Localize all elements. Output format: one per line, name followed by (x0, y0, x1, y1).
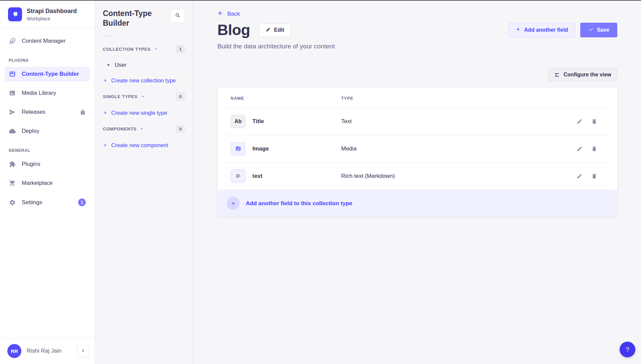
trash-icon (591, 118, 597, 124)
divider (103, 36, 111, 36)
create-collection-type-link[interactable]: Create new collection type (103, 77, 185, 84)
richtext-field-icon (231, 169, 245, 183)
field-name: Image (252, 145, 269, 152)
back-arrow-icon (217, 10, 224, 18)
back-link[interactable]: Back (217, 10, 240, 18)
add-another-field-button[interactable]: Add another field (508, 23, 575, 37)
text-field-icon: Ab (231, 115, 245, 128)
sidebar-section-general: GENERAL (9, 148, 86, 153)
chevron-down-icon (154, 47, 159, 51)
table-row: Ab Title Text (225, 108, 609, 135)
single-types-count: 0 (176, 92, 185, 101)
pencil-icon (577, 118, 583, 124)
sidebar-nav: Content Manager PLUGINS Content-Type Bui… (0, 28, 94, 338)
components-toggle[interactable]: COMPONENTS 0 (103, 125, 185, 133)
window-top-edge (0, 0, 641, 1)
edit-label: Edit (274, 27, 284, 33)
single-types-label: SINGLE TYPES (103, 94, 138, 99)
search-icon (175, 13, 181, 19)
strapi-logo-icon (8, 7, 22, 21)
plus-circle-icon (227, 197, 240, 210)
puzzle-icon (9, 160, 16, 168)
add-field-footer-button[interactable]: Add another field to this collection typ… (217, 190, 617, 217)
create-component-label: Create new component (111, 142, 168, 148)
help-button[interactable]: ? (620, 342, 635, 357)
lock-icon (80, 109, 86, 115)
table-header: NAME TYPE (225, 88, 609, 108)
workspace-subtitle: Workplace (27, 16, 77, 21)
search-button[interactable] (171, 9, 185, 23)
chevron-down-icon (140, 126, 144, 131)
add-another-field-label: Add another field (524, 27, 568, 33)
create-single-type-label: Create new single type (111, 110, 167, 116)
save-button[interactable]: Save (580, 23, 617, 37)
sidebar-item-label: Deploy (22, 128, 39, 134)
user-name: Rishi Raj Jain (27, 348, 61, 354)
layout-grid-icon (9, 70, 16, 78)
create-collection-type-label: Create new collection type (111, 77, 176, 84)
sidebar-item-content-type-builder[interactable]: Content-Type Builder (5, 67, 90, 81)
sidebar-item-media-library[interactable]: Media Library (5, 86, 90, 100)
sidebar-item-deploy[interactable]: Deploy (5, 124, 90, 138)
create-component-link[interactable]: Create new component (103, 142, 185, 148)
edit-field-button[interactable] (577, 118, 583, 124)
page-title: Blog (217, 21, 250, 39)
delete-field-button[interactable] (591, 173, 597, 179)
settings-notification-badge: 1 (78, 199, 86, 206)
content-type-builder-panel: Content-Type Builder COLLECTION TYPES 1 … (95, 0, 193, 364)
back-label: Back (227, 11, 240, 17)
chevron-down-icon (141, 94, 145, 99)
pencil-icon (577, 173, 583, 179)
field-type: Rich text (Markdown) (341, 173, 577, 179)
edit-field-button[interactable] (577, 146, 583, 152)
collection-type-label: User (115, 62, 127, 68)
sidebar-item-plugins[interactable]: Plugins (5, 157, 90, 171)
primary-sidebar: Strapi Dashboard Workplace Content Manag… (0, 0, 95, 364)
create-single-type-link[interactable]: Create new single type (103, 110, 185, 116)
collection-types-label: COLLECTION TYPES (103, 47, 151, 52)
sidebar-item-label: Content-Type Builder (22, 71, 79, 77)
sidebar-item-label: Content Manager (22, 38, 65, 44)
column-header-type: TYPE (341, 96, 604, 101)
align-lines-icon (554, 72, 560, 78)
collection-type-item-user[interactable]: User (108, 62, 185, 68)
trash-icon (591, 173, 597, 179)
configure-view-button[interactable]: Configure the view (548, 68, 617, 81)
fields-table-card: NAME TYPE Ab Title Text (217, 88, 617, 217)
edit-button[interactable]: Edit (259, 23, 291, 37)
avatar[interactable]: RR (7, 344, 21, 358)
sidebar-item-label: Settings (22, 199, 42, 206)
trash-icon (591, 146, 597, 152)
plus-icon (103, 78, 108, 83)
feather-icon (9, 37, 16, 45)
configure-view-label: Configure the view (564, 72, 611, 78)
plus-icon (103, 143, 108, 147)
sidebar-item-content-manager[interactable]: Content Manager (5, 34, 90, 48)
sidebar-section-plugins: PLUGINS (9, 58, 86, 63)
panel-title: Content-Type Builder (103, 9, 158, 28)
sidebar-collapse-button[interactable] (77, 345, 89, 357)
collection-types-count: 1 (176, 45, 185, 53)
field-name: Title (252, 118, 264, 125)
gear-icon (9, 199, 16, 206)
delete-field-button[interactable] (591, 118, 597, 124)
sidebar-item-label: Plugins (22, 161, 40, 167)
column-header-name: NAME (231, 96, 341, 101)
page-subtitle: Build the data architecture of your cont… (217, 43, 617, 50)
workspace-title: Strapi Dashboard (27, 8, 77, 15)
pencil-icon (266, 27, 271, 33)
collection-types-toggle[interactable]: COLLECTION TYPES 1 (103, 45, 185, 53)
components-count: 0 (176, 125, 185, 133)
delete-field-button[interactable] (591, 146, 597, 152)
add-field-footer-label: Add another field to this collection typ… (246, 200, 352, 207)
single-types-toggle[interactable]: SINGLE TYPES 0 (103, 92, 185, 101)
table-row: text Rich text (Markdown) (225, 162, 609, 190)
edit-field-button[interactable] (577, 173, 583, 179)
sidebar-item-label: Media Library (22, 90, 56, 96)
field-name: text (252, 173, 262, 179)
save-label: Save (597, 27, 609, 33)
sidebar-item-marketplace[interactable]: Marketplace (5, 176, 90, 191)
sidebar-item-settings[interactable]: Settings 1 (5, 195, 90, 210)
workspace-brand[interactable]: Strapi Dashboard Workplace (0, 0, 94, 28)
sidebar-item-releases[interactable]: Releases (5, 105, 90, 119)
